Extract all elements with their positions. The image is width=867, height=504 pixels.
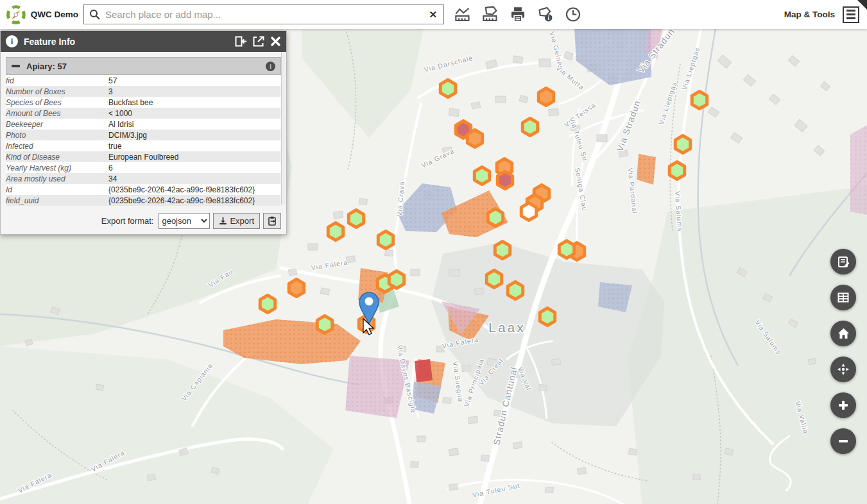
street-label: Via Falera <box>311 258 348 272</box>
attribute-key: Beekeeper <box>6 119 108 130</box>
attribute-key: fid <box>6 75 108 86</box>
attribute-value: 34 <box>108 173 280 184</box>
identify-region-icon[interactable]: i <box>536 5 555 24</box>
place-label-laax: Laax <box>488 320 526 335</box>
attribute-key: Id <box>6 184 108 195</box>
apiary-marker-green[interactable] <box>488 209 502 226</box>
apiary-marker-green[interactable] <box>675 136 690 153</box>
apiary-marker-white[interactable] <box>521 203 536 221</box>
feature-info-header[interactable]: i Feature Info <box>1 31 286 52</box>
apiary-marker-green[interactable] <box>378 231 393 249</box>
apiary-marker-red[interactable] <box>497 172 512 189</box>
attribute-value: < 1000 <box>108 108 280 119</box>
apiary-marker-green[interactable] <box>389 271 404 289</box>
time-icon[interactable] <box>563 5 583 24</box>
attribute-value: European Foulbreed <box>108 151 280 162</box>
street-label: Via Tuleu Su <box>568 116 589 162</box>
collapse-icon[interactable] <box>12 65 20 67</box>
copy-to-clipboard-button[interactable] <box>263 213 281 229</box>
toolbar: i <box>453 5 583 24</box>
app-logo-brand: QWC Demo <box>0 5 78 24</box>
apiary-marker-orange[interactable] <box>289 280 304 297</box>
feature-info-panel: i Feature Info <box>0 31 287 235</box>
apiary-marker-green[interactable] <box>486 271 501 288</box>
measure-area-icon[interactable] <box>481 5 500 24</box>
apiary-marker-green[interactable] <box>260 296 275 313</box>
apiary-marker-green[interactable] <box>559 241 574 258</box>
attribute-value: {0235be9c-2026-42ac-a99c-f9e8183fc602} <box>108 184 280 195</box>
street-label: Via Teissa <box>563 101 597 128</box>
table-row: PhotoDCIM/3.jpg <box>6 130 280 140</box>
export-button[interactable]: Export <box>213 213 260 229</box>
attribute-key: Number of Boxes <box>6 86 108 97</box>
apiary-marker-green[interactable] <box>440 80 455 97</box>
attribute-key: Amount of Bees <box>6 108 108 119</box>
print-icon[interactable] <box>508 5 528 24</box>
attribute-value: 6 <box>108 162 280 173</box>
apiary-marker-green[interactable] <box>474 167 489 185</box>
attribute-table-button[interactable] <box>830 285 856 310</box>
zoom-out-button[interactable] <box>830 428 856 454</box>
measure-line-icon[interactable] <box>453 5 472 24</box>
attribute-key: Species of Bees <box>6 97 108 108</box>
street-label: Via Grava <box>420 147 456 169</box>
attribute-value: {0235be9c-2026-42ac-a99c-f9e8183fc602} <box>108 195 280 206</box>
apiary-marker-green[interactable] <box>495 242 510 259</box>
table-row: Species of BeesBuckfast bee <box>6 97 280 108</box>
export-icon <box>219 217 227 225</box>
apiary-marker-green[interactable] <box>317 316 332 333</box>
attribute-key: Kind of Disease <box>6 151 108 162</box>
attribute-table: fid57Number of Boxes3Species of BeesBuck… <box>6 75 280 206</box>
search-clear-icon[interactable]: ✕ <box>427 10 438 19</box>
apiary-marker-orange[interactable] <box>538 88 553 106</box>
home-button[interactable] <box>830 321 856 346</box>
apiary-marker-green[interactable] <box>692 92 707 109</box>
scrollbar-track[interactable] <box>281 52 286 205</box>
dock-icon[interactable] <box>235 36 247 47</box>
table-row: Number of Boxes3 <box>6 86 280 97</box>
attribute-key: Yearly Harvest (kg) <box>6 162 108 173</box>
apiary-marker-orange[interactable] <box>467 130 482 147</box>
table-row: fid57 <box>6 75 280 86</box>
attribute-key: Photo <box>6 130 108 140</box>
apiary-marker-green[interactable] <box>540 308 554 326</box>
table-row: BeekeeperAl Idrisi <box>6 119 280 130</box>
locate-button[interactable] <box>830 357 856 382</box>
street-label: Via Mutta <box>554 63 585 91</box>
export-format-select[interactable]: geojson <box>159 213 210 229</box>
attribute-key: Infected <box>6 140 108 151</box>
attribute-value: 3 <box>108 86 280 97</box>
export-format-label: Export format: <box>101 216 154 226</box>
search-box[interactable]: ✕ <box>83 4 444 24</box>
attribute-key: Area mostly used <box>6 173 108 184</box>
map-button-stack <box>830 249 856 454</box>
table-row: Area mostly used34 <box>6 173 280 184</box>
table-row: Amount of Bees< 1000 <box>6 108 280 119</box>
table-row: Id{0235be9c-2026-42ac-a99c-f9e8183fc602} <box>6 184 280 195</box>
report-tool-button[interactable] <box>830 249 856 274</box>
panel-title: Feature Info <box>24 37 229 47</box>
table-row: Yearly Harvest (kg)6 <box>6 162 280 173</box>
search-icon <box>89 9 100 20</box>
export-button-label: Export <box>230 216 254 226</box>
apiary-marker-green[interactable] <box>508 282 522 299</box>
feature-section-header[interactable]: Apiary: 57 i <box>6 57 281 75</box>
feature-info-zoom-icon[interactable]: i <box>266 62 275 71</box>
street-label: Via Geinas <box>549 31 565 71</box>
zoom-in-button[interactable] <box>830 392 856 418</box>
apiary-marker-green[interactable] <box>669 162 684 180</box>
attribute-value: Buckfast bee <box>108 97 280 108</box>
detach-window-icon[interactable] <box>253 36 264 47</box>
street-label: Via Stradun <box>614 99 642 153</box>
clipboard-icon <box>268 216 277 226</box>
app-menu[interactable]: Map & Tools <box>784 6 867 23</box>
brand-title: QWC Demo <box>31 10 78 19</box>
close-icon[interactable] <box>270 36 281 47</box>
app-window: Via DarschalèVia GeinasVia MuttaVia Teis… <box>0 0 867 504</box>
search-input[interactable] <box>104 8 424 21</box>
svg-text:i: i <box>547 15 549 21</box>
apiary-marker-green[interactable] <box>522 119 537 136</box>
apiary-marker-green[interactable] <box>328 223 343 240</box>
apiary-marker-green[interactable] <box>348 210 363 228</box>
table-row: Infectedtrue <box>6 140 280 151</box>
